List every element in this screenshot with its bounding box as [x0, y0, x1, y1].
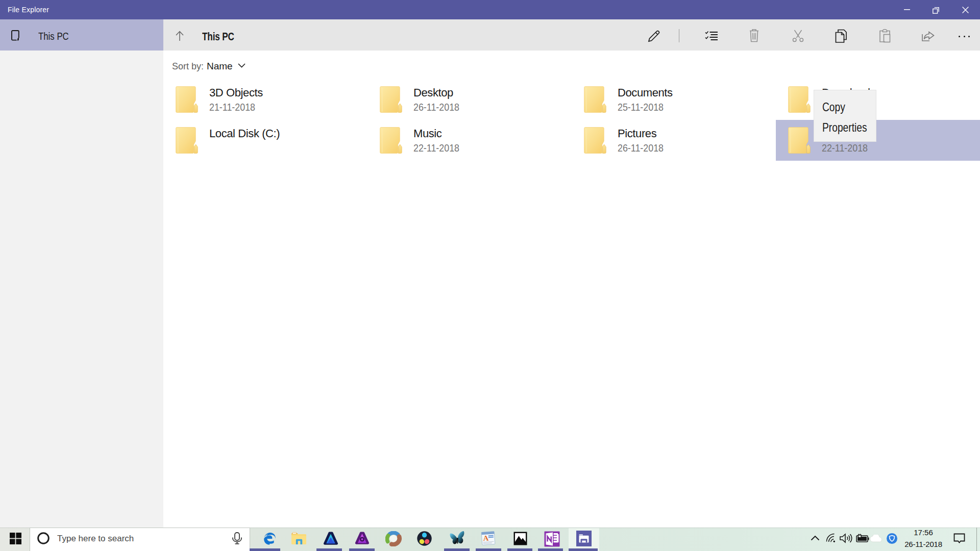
svg-text:A: A — [483, 534, 489, 542]
